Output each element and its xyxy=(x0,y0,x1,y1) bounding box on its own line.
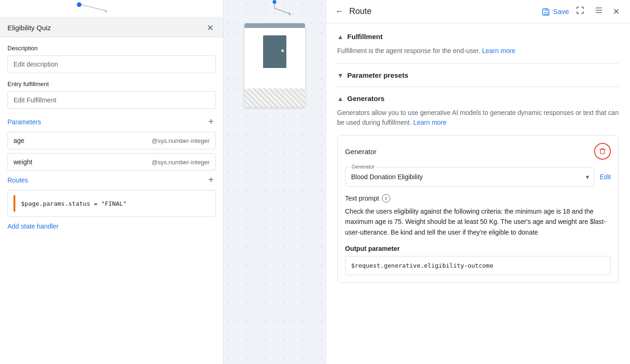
node-body xyxy=(244,28,305,75)
routes-section: Routes + $page.params.status = "FINAL" xyxy=(7,175,216,217)
description-label: Description xyxy=(7,45,216,52)
canvas-area xyxy=(224,0,326,364)
generator-card: Generator Generator Blood Donation Eligi… xyxy=(337,135,619,283)
door-shape xyxy=(263,35,286,68)
route-title: Route xyxy=(349,7,538,16)
layout-button[interactable] xyxy=(591,4,606,19)
add-route-button[interactable]: + xyxy=(206,175,216,185)
parameters-section-header: Parameters + xyxy=(7,116,216,127)
canvas-node xyxy=(244,23,305,107)
parameter-presets-chevron-down: ▼ xyxy=(337,72,344,79)
generator-select-value[interactable]: Blood Donation Eligibility xyxy=(345,168,594,186)
fullscreen-icon xyxy=(576,6,585,15)
node-icon-area xyxy=(258,31,291,73)
route-indicator xyxy=(14,195,15,212)
right-header: ← Route Save ✕ xyxy=(326,0,630,23)
generator-edit-link[interactable]: Edit xyxy=(600,173,611,181)
param-name-age: age xyxy=(14,137,24,144)
text-prompt-header: Text prompt i xyxy=(345,194,611,202)
svg-line-1 xyxy=(81,5,107,11)
svg-rect-8 xyxy=(545,9,548,11)
generators-chevron-up: ▲ xyxy=(337,95,344,102)
generator-select-wrapper[interactable]: Generator Blood Donation Eligibility ▾ xyxy=(345,167,594,187)
generators-description: Generators allow you to use generative A… xyxy=(337,108,619,128)
routes-section-header: Routes + xyxy=(7,175,216,185)
routes-link[interactable]: Routes xyxy=(7,176,28,184)
delete-generator-button[interactable] xyxy=(594,143,611,160)
text-prompt-label: Text prompt xyxy=(345,195,379,202)
fulfillment-section: ▲ Fulfillment Fulfillment is the agent r… xyxy=(337,33,619,56)
generator-card-title: Generator xyxy=(345,148,377,155)
fulfillment-header[interactable]: ▲ Fulfillment xyxy=(337,33,619,40)
parameter-presets-title: Parameter presets xyxy=(347,71,408,79)
divider-1 xyxy=(337,63,619,64)
generators-section: ▲ Generators Generators allow you to use… xyxy=(337,94,619,283)
left-panel: Eligibility Quiz ✕ Description Edit desc… xyxy=(0,0,224,364)
parameters-list: age @sys.number-integer weight @sys.numb… xyxy=(7,132,216,171)
description-field[interactable]: Edit description xyxy=(7,55,216,73)
generator-select-row: Generator Blood Donation Eligibility ▾ E… xyxy=(345,167,611,187)
save-icon xyxy=(542,7,550,16)
svg-marker-6 xyxy=(288,12,291,16)
node-top-bar xyxy=(244,23,305,28)
right-panel: ← Route Save ✕ ▲ Fulfillment xyxy=(326,0,630,364)
output-param-field[interactable]: $request.generative.eligibility-outcome xyxy=(345,256,611,275)
generators-title: Generators xyxy=(347,94,385,102)
info-icon[interactable]: i xyxy=(382,194,390,202)
routes-list: $page.params.status = "FINAL" xyxy=(7,190,216,217)
param-type-age: @sys.number-integer xyxy=(152,137,210,144)
close-right-button[interactable]: ✕ xyxy=(610,5,623,19)
fullscreen-button[interactable] xyxy=(573,4,588,19)
route-item-0[interactable]: $page.params.status = "FINAL" xyxy=(7,190,216,217)
svg-rect-7 xyxy=(545,12,548,14)
fulfillment-description: Fulfillment is the agent response for th… xyxy=(337,46,619,56)
svg-point-4 xyxy=(273,0,277,4)
svg-marker-2 xyxy=(104,9,107,13)
save-button[interactable]: Save xyxy=(542,7,569,16)
add-parameter-button[interactable]: + xyxy=(206,116,216,127)
svg-line-5 xyxy=(275,8,291,14)
fulfillment-chevron-up: ▲ xyxy=(337,33,344,40)
parameter-presets-section: ▼ Parameter presets xyxy=(337,71,619,79)
param-name-weight: weight xyxy=(14,158,32,166)
back-button[interactable]: ← xyxy=(333,5,345,18)
save-label: Save xyxy=(553,7,569,15)
door-handle xyxy=(281,49,284,52)
parameter-row-weight[interactable]: weight @sys.number-integer xyxy=(7,153,216,171)
generators-header[interactable]: ▲ Generators xyxy=(337,94,619,102)
generators-learn-more[interactable]: Learn more xyxy=(413,119,447,126)
layout-icon xyxy=(594,6,603,15)
svg-point-0 xyxy=(77,2,81,7)
generator-select-float-label: Generator xyxy=(350,164,376,169)
param-type-weight: @sys.number-integer xyxy=(152,159,210,166)
trash-icon xyxy=(599,148,606,155)
entry-fulfillment-field[interactable]: Edit Fulfillment xyxy=(7,91,216,109)
page-header: Eligibility Quiz ✕ xyxy=(0,17,223,37)
add-state-handler-link[interactable]: Add state handler xyxy=(7,222,216,230)
text-prompt-content: Check the users eligibility against the … xyxy=(345,206,611,237)
parameters-link[interactable]: Parameters xyxy=(7,118,41,126)
panel-title: Eligibility Quiz xyxy=(7,24,51,32)
route-condition-0: $page.params.status = "FINAL" xyxy=(21,200,127,207)
parameter-presets-header[interactable]: ▼ Parameter presets xyxy=(337,71,619,79)
divider-2 xyxy=(337,87,619,87)
node-striped xyxy=(244,88,305,107)
panel-content: Description Edit description Entry fulfi… xyxy=(0,37,223,364)
fulfillment-learn-more[interactable]: Learn more xyxy=(482,47,515,54)
right-content: ▲ Fulfillment Fulfillment is the agent r… xyxy=(326,23,630,364)
fulfillment-title: Fulfillment xyxy=(347,33,383,40)
close-button[interactable]: ✕ xyxy=(205,21,216,35)
entry-fulfillment-label: Entry fulfillment xyxy=(7,81,216,88)
generator-card-header: Generator xyxy=(345,143,611,160)
output-param-label: Output parameter xyxy=(345,245,611,252)
parameter-row-age[interactable]: age @sys.number-integer xyxy=(7,132,216,149)
